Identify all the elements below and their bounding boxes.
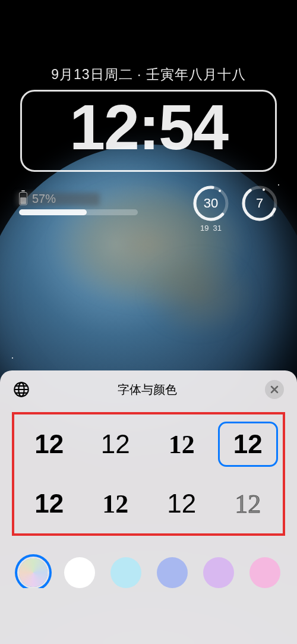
- font-option-7[interactable]: 12: [151, 481, 212, 526]
- font-option-2[interactable]: 12: [86, 422, 146, 467]
- sun-icon: ☀: [269, 212, 274, 218]
- font-color-sheet: 字体与颜色 1212121212121212: [0, 370, 297, 644]
- font-option-3[interactable]: 12: [151, 422, 212, 467]
- font-option-5[interactable]: 12: [19, 481, 80, 526]
- weather-high: 31: [213, 224, 222, 233]
- clock-widget[interactable]: 12:54: [20, 90, 277, 172]
- clock-time: 12:54: [34, 95, 263, 159]
- weather-indicator-dot: [219, 190, 221, 192]
- color-row: [0, 541, 297, 588]
- weather-low: 19: [200, 224, 208, 233]
- font-option-6[interactable]: 12: [86, 481, 146, 526]
- close-button[interactable]: [265, 380, 284, 399]
- font-option-8[interactable]: 12: [218, 481, 279, 526]
- uv-indicator-dot: [263, 189, 265, 191]
- color-swatch-4[interactable]: [157, 557, 188, 588]
- font-option-1[interactable]: 12: [19, 422, 80, 467]
- font-grid-highlight: 1212121212121212: [12, 412, 285, 536]
- globe-icon[interactable]: [13, 381, 30, 398]
- color-swatch-1[interactable]: [19, 558, 48, 587]
- uv-widget[interactable]: 7 ☀: [241, 185, 278, 222]
- redacted-region: [17, 193, 100, 206]
- color-swatch-6[interactable]: [249, 557, 280, 588]
- font-grid: 1212121212121212: [19, 422, 278, 526]
- font-option-4[interactable]: 12: [218, 422, 279, 467]
- date-text[interactable]: 9月13日周二 · 壬寅年八月十八: [19, 65, 278, 84]
- weather-widget[interactable]: 30 19 31: [192, 185, 229, 222]
- sheet-title: 字体与颜色: [30, 382, 265, 398]
- color-swatch-2[interactable]: [64, 557, 95, 588]
- color-swatch-3[interactable]: [110, 557, 141, 588]
- color-swatch-5[interactable]: [203, 557, 234, 588]
- close-icon: [270, 385, 279, 394]
- battery-bar: [19, 209, 138, 215]
